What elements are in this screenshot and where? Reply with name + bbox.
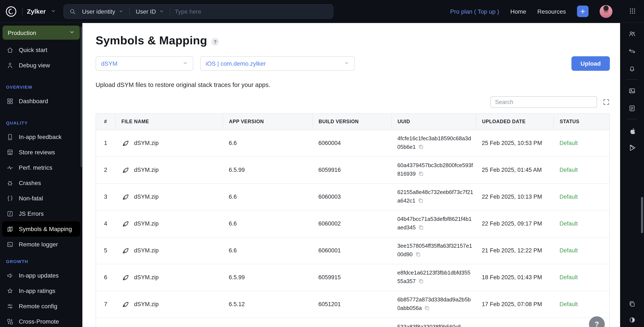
sidebar-item-store-reviews[interactable]: Store reviews [0, 145, 82, 160]
apps-grid-icon[interactable] [629, 8, 636, 16]
chevron-down-icon [160, 8, 164, 15]
table-row[interactable]: 1 dSYM.zip 6.6 6060004 4fcfe16c1fec3ab18… [96, 130, 610, 156]
sidebar-item-label: JS Errors [19, 210, 44, 217]
upload-button[interactable]: Upload [572, 56, 610, 71]
copy-icon[interactable] [418, 224, 424, 233]
dsym-file-icon [121, 166, 130, 174]
row-number: 5 [96, 237, 115, 264]
file-type-select[interactable]: dSYM [96, 56, 193, 71]
table-row[interactable]: 4 dSYM.zip 6.6 6060002 04b47bcc71a53defb… [96, 210, 610, 237]
users-icon[interactable] [620, 25, 644, 42]
document-list-icon[interactable] [620, 99, 644, 117]
build-version: 6060003 [312, 183, 391, 210]
theme-toggle-icon[interactable] [620, 313, 644, 327]
code-error-icon [6, 210, 14, 217]
alert-bell-icon[interactable] [620, 60, 644, 77]
copy-icon[interactable] [418, 170, 424, 179]
sidebar-item-quick-start[interactable]: Quick start [0, 42, 82, 57]
file-name: dSYM.zip [134, 194, 159, 200]
sidebar-item-non-fatal[interactable]: Non-fatal [0, 191, 82, 206]
user-avatar[interactable] [600, 5, 612, 18]
sidebar-item-in-app-feedback[interactable]: In-app feedback [0, 129, 82, 145]
google-play-icon[interactable] [620, 139, 644, 156]
topbar: Zylker User identity User ID [0, 0, 644, 23]
section-label-quality: QUALITY [0, 109, 82, 129]
window-scrollbar[interactable] [641, 197, 643, 233]
app-window: Zylker User identity User ID [0, 0, 644, 327]
sidebar-item-remote-config[interactable]: Remote config [0, 299, 82, 314]
file-name: dSYM.zip [134, 167, 159, 173]
search-filter-user-identity[interactable]: User identity [80, 8, 125, 15]
sidebar-item-label: Remote config [19, 303, 58, 310]
sidebar-item-label: Quick start [19, 46, 47, 53]
column-header: # [96, 114, 115, 130]
expand-icon[interactable] [602, 98, 610, 106]
sidebar-item-label: In-app feedback [19, 133, 62, 140]
sidebar-item-js-errors[interactable]: JS Errors [0, 206, 82, 221]
uuid-value: 4fcfe16c1fec3ab18590c68a3d05b6e1 [397, 135, 471, 150]
environment-selector[interactable]: Production [2, 25, 80, 40]
build-version [312, 318, 391, 327]
apptics-logo-icon [4, 4, 18, 18]
uuid-value: 04b47bcc71a53defbf8621f4b1aed345 [397, 216, 472, 230]
crash-bug-icon [6, 179, 14, 187]
sidebar-item-in-app-ratings[interactable]: In-app ratings [0, 283, 82, 299]
home-link[interactable]: Home [510, 8, 526, 15]
chevron-down-icon [119, 8, 123, 15]
sidebar-item-debug-view[interactable]: Debug view [0, 57, 82, 73]
search-filter-user-id[interactable]: User ID [134, 8, 166, 15]
org-name[interactable]: Zylker [27, 8, 46, 15]
sidebar-item-remote-logger[interactable]: Remote logger [0, 237, 82, 252]
app-version [223, 318, 312, 327]
copy-icon[interactable] [418, 143, 424, 152]
sidebar-item-perf-metrics[interactable]: Perf. metrics [0, 160, 82, 175]
app-select[interactable]: iOS | com.demo.zylker [200, 56, 355, 71]
sidebar-item-cross-promote[interactable]: Cross-Promote [0, 314, 82, 327]
sidebar-scrollbar[interactable] [81, 26, 82, 167]
apple-icon[interactable] [620, 121, 644, 139]
file-name: dSYM.zip [134, 274, 159, 281]
uploaded-date: 18 Feb 2025, 01:43 PM [476, 264, 554, 291]
selected-app: iOS | com.demo.zylker [206, 60, 266, 67]
table-row[interactable]: 3 dSYM.zip 6.6 6060003 62155a8e48c732eeb… [96, 183, 610, 210]
uuid-value: 3ee1578054ff35ffa63f32157e100d90 [397, 242, 472, 257]
sidebar-item-dashboard[interactable]: Dashboard [0, 93, 82, 109]
table-row[interactable]: 6 dSYM.zip 6.5.99 6059915 e8fdce1a62123f… [96, 264, 610, 291]
filter-label: User identity [82, 8, 115, 15]
sidebar-item-in-app-updates[interactable]: In-app updates [0, 268, 82, 283]
table-row[interactable]: 2 dSYM.zip 6.5.99 6059916 60a4379457bc3c… [96, 156, 610, 183]
sidebar-item-crashes[interactable]: Crashes [0, 175, 82, 191]
chevron-down-icon [69, 29, 75, 36]
app-version: 6.6 [223, 210, 312, 237]
column-header: UUID [391, 114, 476, 130]
add-button[interactable]: + [577, 5, 588, 17]
column-header: UPLOADED DATE [476, 114, 554, 130]
symbols-table: #FILE NAMEAPP VERSIONBUILD VERSIONUUIDUP… [96, 113, 610, 327]
table-row[interactable]: 7 dSYM.zip 6.5.12 6051201 6b85772a873d33… [96, 291, 610, 318]
table-row[interactable]: 5 dSYM.zip 6.6 6060001 3ee1578054ff35ffa… [96, 237, 610, 264]
copy-icon[interactable] [418, 197, 424, 206]
sidebar-item-label: Crashes [19, 179, 41, 186]
global-search-input[interactable] [175, 8, 328, 15]
title-help-icon[interactable]: ? [212, 38, 219, 46]
sidebar-item-label: Symbols & Mapping [19, 226, 72, 232]
table-search-input[interactable] [490, 96, 597, 108]
table-row[interactable]: 8 533a83f8a33038f9b560c5 [96, 318, 610, 327]
dsym-file-icon [121, 139, 130, 147]
transfer-arrows-icon[interactable] [620, 42, 644, 60]
plan-topup-link[interactable]: Pro plan ( Top up ) [450, 8, 499, 15]
environment-label: Production [8, 29, 36, 36]
copy-icon[interactable] [415, 251, 421, 259]
image-icon[interactable] [620, 82, 644, 99]
star-icon [6, 287, 14, 295]
sidebar-item-label: Cross-Promote [19, 318, 59, 325]
overlapping-windows-icon[interactable] [620, 295, 644, 313]
copy-icon[interactable] [424, 305, 430, 313]
column-header: STATUS [554, 114, 610, 130]
status-badge: Default [554, 237, 610, 264]
selected-file-type: dSYM [101, 60, 117, 67]
copy-icon[interactable] [418, 278, 424, 286]
resources-link[interactable]: Resources [537, 8, 566, 15]
brand[interactable]: Zylker [4, 4, 56, 18]
sidebar-item-symbols-mapping[interactable]: Symbols & Mapping [2, 221, 80, 237]
